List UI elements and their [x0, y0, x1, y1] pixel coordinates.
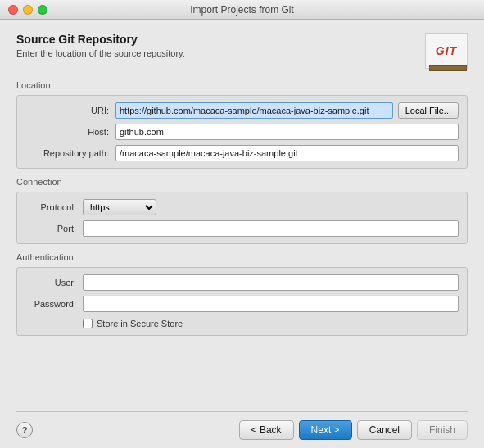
window-title: Import Projects from Git: [190, 4, 294, 16]
secure-store-checkbox[interactable]: [83, 319, 93, 328]
protocol-label: Protocol:: [25, 202, 83, 212]
uri-input-row: Local File...: [115, 102, 459, 119]
uri-label: URI:: [25, 106, 115, 115]
finish-button[interactable]: Finish: [417, 420, 468, 440]
connection-section: Connection Protocol: https http git ssh …: [16, 177, 468, 244]
back-button[interactable]: < Back: [239, 420, 294, 440]
connection-group-label: Connection: [16, 177, 468, 187]
secure-store-label: Store in Secure Store: [97, 319, 183, 328]
repo-path-input[interactable]: [115, 145, 459, 161]
next-button[interactable]: Next >: [299, 420, 352, 440]
auth-section: Authentication User: Password: Store in …: [16, 252, 468, 336]
protocol-row: Protocol: https http git ssh: [25, 199, 459, 215]
uri-input[interactable]: [115, 102, 393, 119]
host-row: Host:: [25, 124, 459, 140]
port-input[interactable]: [83, 220, 459, 237]
repo-path-label: Repository path:: [25, 148, 115, 158]
user-label: User:: [25, 278, 83, 287]
page-title: Source Git Repository: [16, 33, 185, 46]
host-label: Host:: [25, 127, 115, 137]
password-row: Password:: [25, 296, 459, 312]
connection-group-body: Protocol: https http git ssh Port:: [16, 192, 468, 244]
location-group-label: Location: [16, 80, 468, 90]
auth-group-label: Authentication: [16, 252, 468, 262]
maximize-button[interactable]: [38, 5, 47, 15]
password-input[interactable]: [83, 296, 459, 312]
header-text: Source Git Repository Enter the location…: [16, 33, 185, 58]
host-input[interactable]: [115, 124, 459, 140]
page-subtitle: Enter the location of the source reposit…: [16, 48, 185, 58]
user-row: User:: [25, 274, 459, 291]
header-section: Source Git Repository Enter the location…: [16, 33, 468, 69]
location-group-body: URI: Local File... Host: Repository path…: [16, 95, 468, 169]
footer: ? < Back Next > Cancel Finish: [16, 411, 468, 440]
close-button[interactable]: [8, 5, 18, 15]
title-bar: Import Projects from Git: [0, 0, 484, 20]
password-label: Password:: [25, 299, 83, 309]
window-controls: [8, 5, 47, 15]
footer-right: < Back Next > Cancel Finish: [239, 420, 468, 440]
repo-path-row: Repository path:: [25, 145, 459, 161]
port-label: Port:: [25, 224, 83, 233]
git-logo: GIT: [425, 33, 468, 69]
secure-store-row: Store in Secure Store: [25, 317, 459, 328]
secure-store-checkbox-row: Store in Secure Store: [83, 319, 183, 328]
footer-left: ?: [16, 422, 33, 438]
minimize-button[interactable]: [23, 5, 33, 15]
local-file-button[interactable]: Local File...: [398, 102, 459, 119]
user-input[interactable]: [83, 274, 459, 291]
main-content: Source Git Repository Enter the location…: [0, 20, 484, 448]
cancel-button[interactable]: Cancel: [357, 420, 412, 440]
auth-group-body: User: Password: Store in Secure Store: [16, 267, 468, 336]
help-button[interactable]: ?: [16, 422, 33, 438]
location-section: Location URI: Local File... Host: Reposi…: [16, 80, 468, 169]
port-row: Port:: [25, 220, 459, 237]
protocol-select[interactable]: https http git ssh: [83, 199, 156, 215]
uri-row: URI: Local File...: [25, 102, 459, 119]
